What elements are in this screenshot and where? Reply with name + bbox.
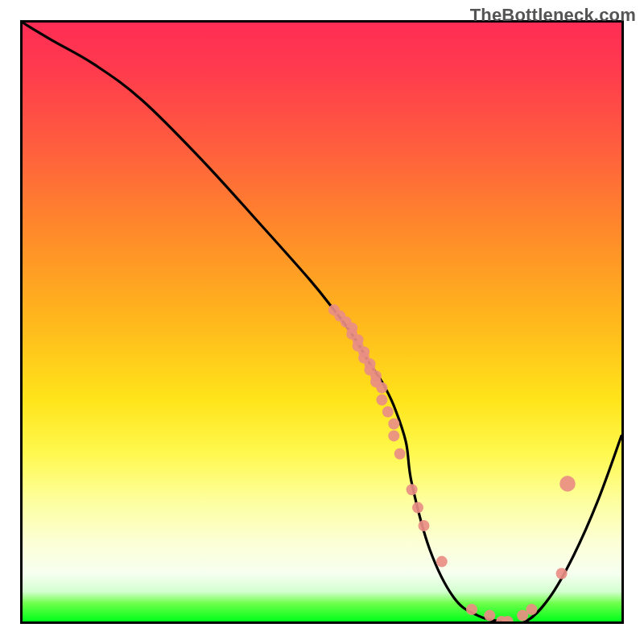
scatter-point — [466, 604, 477, 615]
scatter-points — [328, 304, 576, 621]
bottleneck-curve — [23, 23, 621, 621]
scatter-point — [436, 556, 448, 568]
plot-area — [20, 20, 624, 624]
curve-layer — [23, 23, 621, 621]
scatter-point — [407, 484, 418, 495]
scatter-point — [388, 430, 399, 441]
scatter-point — [376, 382, 387, 394]
watermark-text: TheBottleneck.com — [470, 5, 636, 26]
scatter-point — [382, 407, 394, 418]
scatter-point — [376, 394, 387, 406]
scatter-point — [388, 419, 399, 430]
scatter-point — [412, 502, 423, 514]
scatter-point — [556, 568, 568, 580]
scatter-point — [419, 520, 430, 531]
scatter-point — [394, 448, 406, 460]
scatter-point — [526, 604, 537, 615]
scatter-point — [484, 610, 495, 621]
chart-container: TheBottleneck.com — [0, 0, 644, 644]
scatter-point — [559, 476, 576, 492]
